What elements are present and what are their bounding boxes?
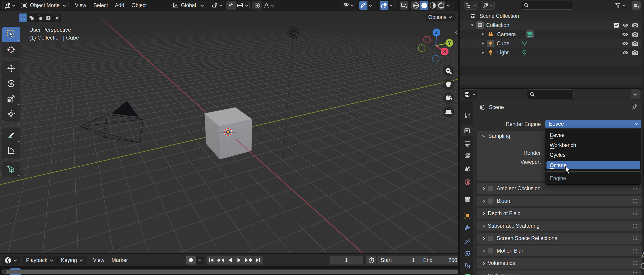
svg-text:Y: Y [448,40,451,46]
svg-text:Z: Z [435,30,438,35]
svg-text:X: X [443,49,446,54]
